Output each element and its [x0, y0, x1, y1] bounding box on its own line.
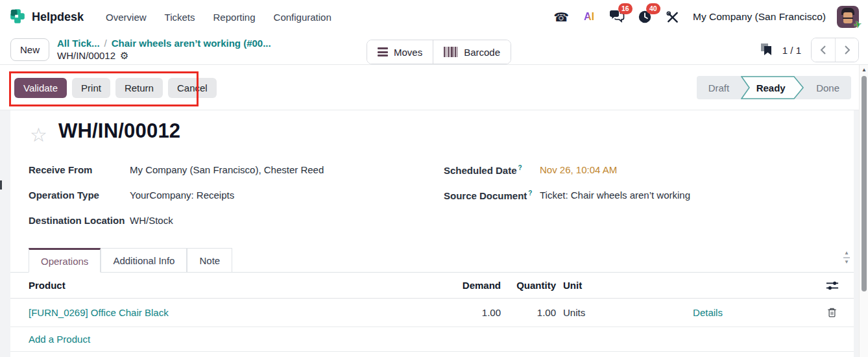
- help-tooltip-icon: ?: [528, 190, 532, 197]
- column-header-quantity: Quantity: [503, 273, 556, 298]
- tab-operations[interactable]: Operations: [29, 248, 101, 273]
- menu-configuration[interactable]: Configuration: [266, 7, 339, 27]
- demand-cell[interactable]: 1.00: [426, 299, 501, 326]
- scroll-up-icon[interactable]: ▲: [844, 251, 849, 256]
- breadcrumb-all-tickets[interactable]: All Tick...: [57, 37, 100, 49]
- status-step-draft[interactable]: Draft: [697, 82, 741, 93]
- debug-tools-icon[interactable]: [664, 7, 682, 27]
- trash-icon: [827, 307, 837, 318]
- new-button[interactable]: New: [10, 38, 49, 61]
- notebook-tabs: Operations Additional Info Note: [10, 248, 854, 273]
- print-button[interactable]: Print: [72, 78, 110, 98]
- scroll-dash: [843, 257, 850, 258]
- tab-note[interactable]: Note: [187, 248, 232, 272]
- ai-icon[interactable]: AI: [580, 7, 598, 27]
- help-tooltip-icon: ?: [518, 164, 522, 171]
- scheduled-date-label: Scheduled Date?: [444, 164, 540, 176]
- company-switcher[interactable]: My Company (San Francisco): [693, 11, 826, 23]
- moves-button[interactable]: Moves: [367, 40, 433, 64]
- operations-table-header: Product Demand Quantity Unit: [10, 273, 854, 299]
- product-link[interactable]: [FURN_0269] Office Chair Black: [29, 307, 169, 318]
- control-panel: New All Tick... / Chair wheels aren’t wo…: [0, 34, 868, 65]
- action-gear-icon[interactable]: ⚙: [120, 49, 128, 62]
- scrollbar-up-arrow-icon[interactable]: ▲: [860, 67, 868, 73]
- column-header-demand: Demand: [426, 273, 501, 298]
- pager-previous-button[interactable]: [812, 38, 835, 62]
- list-icon: [378, 47, 388, 56]
- app-name: Helpdesk: [32, 10, 84, 24]
- source-document-label: Source Document?: [444, 190, 540, 201]
- operation-type-value[interactable]: YourCompany: Receipts: [130, 190, 234, 201]
- favorite-star-icon[interactable]: ☆: [30, 123, 47, 146]
- validate-button[interactable]: Validate: [14, 78, 67, 98]
- return-button[interactable]: Return: [115, 78, 163, 98]
- barcode-icon: [444, 47, 458, 57]
- pipeline-statusbar: Draft Ready Done: [697, 76, 851, 99]
- record-title: WH/IN/00012: [58, 119, 180, 143]
- quantity-cell[interactable]: 1.00: [503, 299, 556, 326]
- main-menu: Overview Tickets Reporting Configuration: [98, 7, 339, 27]
- fields-right-column: Scheduled Date? Nov 26, 10:04 AM Source …: [444, 157, 846, 208]
- menu-reporting[interactable]: Reporting: [206, 7, 263, 27]
- scrollbar-thumb[interactable]: [862, 76, 867, 291]
- receive-from-label: Receive From: [29, 164, 130, 175]
- breadcrumb-current-record: WH/IN/00012: [57, 49, 115, 62]
- breadcrumb-ticket[interactable]: Chair wheels aren’t working (#00...: [112, 37, 271, 49]
- status-step-done[interactable]: Done: [804, 82, 851, 93]
- source-document-value[interactable]: Ticket: Chair wheels aren’t working: [540, 190, 690, 201]
- destination-location-label: Destination Location: [29, 215, 130, 226]
- menu-tickets[interactable]: Tickets: [157, 7, 203, 27]
- left-edge-marker: [0, 180, 2, 190]
- activities-icon[interactable]: 40: [636, 7, 654, 27]
- scheduled-date-value[interactable]: Nov 26, 10:04 AM: [540, 164, 617, 175]
- chevron-left-icon: [820, 45, 826, 55]
- breadcrumb-separator: /: [104, 37, 107, 49]
- messages-badge: 16: [618, 3, 633, 14]
- user-avatar[interactable]: ✈: [837, 6, 859, 28]
- avatar-glasses: [843, 15, 853, 19]
- breadcrumb: All Tick... / Chair wheels aren’t workin…: [57, 37, 271, 62]
- details-link[interactable]: Details: [693, 307, 723, 318]
- notebook-scroll-widget: ▲ ▼: [842, 251, 851, 265]
- column-header-product: Product: [29, 273, 418, 298]
- chevron-right-icon: [844, 45, 850, 55]
- destination-location-value[interactable]: WH/Stock: [130, 215, 173, 226]
- helpdesk-logo-icon: [9, 8, 26, 27]
- form-status-bar: Validate Print Return Cancel Draft Ready…: [0, 65, 868, 110]
- smart-buttons: Moves Barcode: [367, 40, 511, 64]
- out-of-office-plane-icon: ✈: [853, 18, 863, 31]
- scroll-down-icon[interactable]: ▼: [844, 260, 849, 265]
- add-a-product-link[interactable]: Add a Product: [29, 334, 90, 345]
- receive-from-value[interactable]: My Company (San Francisco), Chester Reed: [130, 164, 324, 175]
- pager-next-button[interactable]: [835, 38, 858, 62]
- messages-icon[interactable]: 16: [608, 7, 626, 27]
- barcode-button[interactable]: Barcode: [433, 40, 511, 64]
- unit-cell: Units: [563, 299, 647, 326]
- systray: ☎ AI 16 40 My Company (San Francisco): [552, 6, 859, 28]
- menu-overview[interactable]: Overview: [98, 7, 154, 27]
- voip-phone-icon[interactable]: ☎: [552, 7, 570, 27]
- column-header-unit: Unit: [563, 273, 647, 298]
- form-sheet: ☆ WH/IN/00012 Receive From My Company (S…: [10, 110, 854, 357]
- delete-row-button[interactable]: [819, 299, 845, 326]
- status-step-ready[interactable]: Ready: [741, 76, 804, 99]
- tab-additional-info[interactable]: Additional Info: [101, 248, 187, 272]
- app-switcher[interactable]: Helpdesk: [9, 8, 84, 27]
- table-row: [FURN_0269] Office Chair Black 1.00 1.00…: [10, 299, 854, 327]
- bookmark-icon[interactable]: [760, 43, 773, 58]
- add-line-row: Add a Product: [10, 327, 854, 352]
- wrench-screwdriver-icon: [666, 10, 679, 24]
- fields-left-column: Receive From My Company (San Francisco),…: [29, 157, 418, 233]
- vertical-scrollbar[interactable]: ▲: [859, 65, 868, 357]
- pager: [811, 38, 859, 62]
- operation-type-label: Operation Type: [29, 190, 130, 201]
- pager-value[interactable]: 1 / 1: [782, 45, 801, 56]
- optional-columns-icon[interactable]: [823, 273, 842, 298]
- top-navbar: Helpdesk Overview Tickets Reporting Conf…: [0, 0, 868, 34]
- cancel-button[interactable]: Cancel: [168, 78, 217, 98]
- activities-badge: 40: [646, 3, 660, 14]
